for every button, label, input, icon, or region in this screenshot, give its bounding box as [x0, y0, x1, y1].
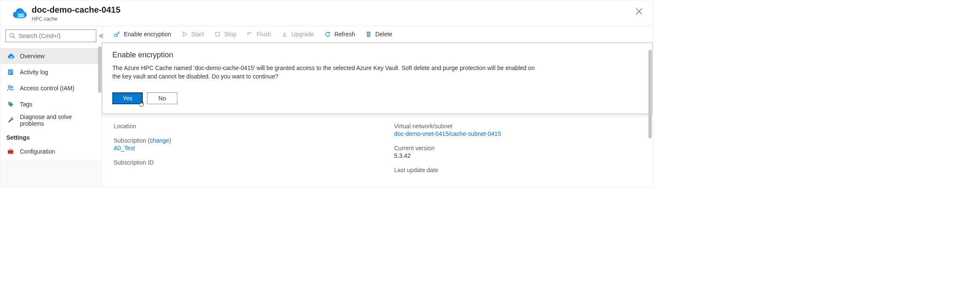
svg-rect-9: [9, 72, 12, 72]
svg-point-16: [114, 34, 117, 37]
field-label: Last update date: [394, 167, 641, 173]
toolbar-stop[interactable]: Stop: [210, 27, 241, 42]
log-icon: [6, 68, 15, 76]
detail-grid: Location Subscription (change) A0_Test S…: [114, 123, 641, 173]
stop-icon: [214, 31, 221, 38]
detail-col-left: Location Subscription (change) A0_Test S…: [114, 123, 360, 173]
toolbar-label: Delete: [375, 31, 392, 38]
toolbar-enable-encryption[interactable]: Enable encryption: [109, 27, 175, 42]
dialog-no-button[interactable]: No: [147, 92, 177, 104]
field-label: Location: [114, 123, 360, 130]
search-row: [0, 26, 101, 46]
tag-icon: [6, 100, 15, 108]
sidebar-item-label: Overview: [20, 53, 44, 59]
sidebar-item-label: Tags: [20, 101, 33, 108]
toolbar-refresh[interactable]: Refresh: [320, 27, 359, 42]
resource-icon: [11, 5, 27, 22]
cloud-file-icon: [6, 52, 15, 60]
field-label: Subscription ID: [114, 159, 360, 166]
svg-rect-4: [10, 56, 13, 59]
sidebar-item-label: Activity log: [20, 69, 48, 76]
trash-icon: [365, 31, 372, 38]
svg-rect-15: [8, 151, 14, 151]
toolbar-label: Start: [191, 31, 204, 38]
svg-point-3: [10, 33, 14, 37]
svg-point-11: [8, 86, 11, 88]
field-version: Current version 5.3.42: [394, 145, 641, 159]
detail-col-right: Virtual network/subnet doc-demo-vnet-041…: [394, 123, 641, 173]
svg-rect-8: [9, 70, 12, 71]
svg-point-13: [9, 103, 10, 104]
wrench-icon: [6, 116, 15, 124]
content-area: Location Subscription (change) A0_Test S…: [102, 43, 653, 187]
search-icon: [9, 33, 15, 39]
vnet-link[interactable]: doc-demo-vnet-0415/cache-subnet-0415: [394, 130, 641, 137]
dialog-buttons: Yes No: [112, 92, 642, 104]
sidebar-item-label: Diagnose and solve problems: [20, 113, 95, 127]
toolbar: Enable encryption Start Stop: [102, 26, 653, 43]
body: Overview Activity log Access control (IA…: [0, 26, 653, 187]
toolbox-icon: [6, 147, 15, 156]
play-icon: [181, 31, 188, 38]
close-icon: [636, 8, 642, 15]
field-vnet: Virtual network/subnet doc-demo-vnet-041…: [394, 123, 641, 137]
flush-icon: [246, 31, 253, 38]
button-label: No: [158, 95, 166, 102]
field-label: Subscription (change): [114, 137, 360, 144]
sidebar-item-diagnose[interactable]: Diagnose and solve problems: [0, 112, 101, 128]
field-update-date: Last update date: [394, 167, 641, 173]
sidebar-item-overview[interactable]: Overview: [0, 48, 101, 64]
svg-rect-0: [17, 13, 24, 18]
field-label: Current version: [394, 145, 641, 151]
people-icon: [6, 84, 15, 92]
dialog-title: Enable encryption: [112, 51, 642, 59]
svg-rect-17: [215, 32, 219, 36]
toolbar-label: Refresh: [334, 31, 355, 38]
toolbar-label: Flush: [256, 31, 271, 38]
toolbar-flush[interactable]: Flush: [242, 27, 275, 42]
field-subscription-id: Subscription ID: [114, 159, 360, 166]
sidebar-item-configuration[interactable]: Configuration: [0, 143, 101, 159]
subscription-change-link[interactable]: change: [150, 137, 169, 144]
subscription-link[interactable]: A0_Test: [114, 145, 360, 151]
sidebar-item-activity-log[interactable]: Activity log: [0, 64, 101, 80]
button-label: Yes: [123, 95, 133, 102]
refresh-icon: [324, 31, 331, 38]
toolbar-label: Stop: [224, 31, 237, 38]
search-box[interactable]: [5, 30, 96, 42]
field-subscription: Subscription (change) A0_Test: [114, 137, 360, 151]
sidebar-item-tags[interactable]: Tags: [0, 96, 101, 112]
svg-rect-2: [18, 16, 24, 17]
cursor-hand-icon: [138, 100, 145, 108]
dialog-yes-button[interactable]: Yes: [112, 92, 143, 104]
svg-rect-10: [9, 73, 11, 73]
toolbar-delete[interactable]: Delete: [361, 27, 396, 42]
main-scrollbar[interactable]: [648, 50, 652, 138]
toolbar-upgrade[interactable]: Upgrade: [277, 27, 318, 42]
sidebar-section-settings: Settings: [0, 128, 101, 143]
key-icon: [114, 31, 120, 38]
app-root: doc-demo-cache-0415 HPC cache: [0, 0, 653, 187]
search-input[interactable]: [19, 32, 93, 39]
svg-rect-6: [11, 58, 13, 58]
sidebar: Overview Activity log Access control (IA…: [0, 26, 102, 187]
toolbar-label: Enable encryption: [124, 31, 171, 38]
dialog-text: The Azure HPC Cache named 'doc-demo-cach…: [112, 64, 535, 81]
svg-point-12: [11, 86, 13, 88]
field-label: Virtual network/subnet: [394, 123, 641, 130]
page-header: doc-demo-cache-0415 HPC cache: [0, 0, 653, 26]
svg-rect-1: [18, 14, 24, 15]
sidebar-item-access-control[interactable]: Access control (IAM): [0, 80, 101, 96]
main: Enable encryption Start Stop: [102, 26, 653, 187]
version-value: 5.3.42: [394, 152, 641, 159]
close-blade-button[interactable]: [632, 5, 646, 18]
svg-rect-5: [11, 57, 13, 57]
sidebar-item-label: Configuration: [20, 148, 55, 155]
resource-type: HPC cache: [32, 16, 632, 22]
download-icon: [281, 31, 288, 38]
field-location: Location: [114, 123, 360, 130]
nav: Overview Activity log Access control (IA…: [0, 46, 101, 159]
toolbar-start[interactable]: Start: [177, 27, 208, 42]
sidebar-scrollbar[interactable]: [98, 46, 101, 93]
header-text: doc-demo-cache-0415 HPC cache: [32, 5, 632, 22]
